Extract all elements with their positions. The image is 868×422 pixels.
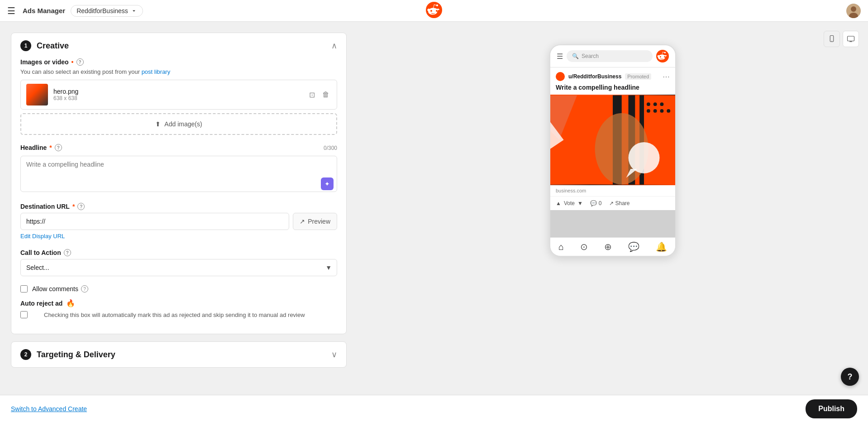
creative-collapse-icon[interactable]: ∧: [331, 41, 337, 51]
ads-manager-label: Ads Manager: [23, 7, 65, 14]
headline-char-count: 0/300: [324, 145, 337, 151]
post-domain: business.com: [550, 185, 675, 196]
images-label: Images or video • ?: [20, 58, 337, 66]
svg-point-21: [647, 109, 650, 113]
call-to-action-info-icon[interactable]: ?: [64, 249, 71, 256]
post-image: [550, 95, 675, 185]
image-item: hero.png 638 x 638 ⊡ 🗑: [20, 80, 337, 110]
svg-point-20: [660, 102, 663, 106]
headline-info-icon[interactable]: ?: [55, 144, 62, 151]
preview-toggle: [824, 31, 859, 47]
post-title: Write a compelling headline: [550, 84, 675, 95]
subreddit-icon: [556, 72, 565, 81]
svg-point-22: [653, 109, 657, 113]
post-more-icon[interactable]: ⋯: [663, 72, 670, 81]
fire-icon: 🔥: [66, 299, 75, 307]
targeting-section-number: 2: [20, 349, 31, 360]
user-avatar[interactable]: [846, 4, 861, 18]
phone-reddit-logo: [656, 50, 669, 62]
destination-url-input[interactable]: [20, 213, 289, 230]
preview-url-button[interactable]: ↗ Preview: [293, 213, 337, 230]
headline-textarea-wrapper: ✦: [20, 156, 337, 194]
svg-point-19: [653, 102, 657, 106]
post-library-link[interactable]: post library: [142, 68, 171, 75]
comments-icon: 💬: [590, 200, 597, 206]
reddit-logo: [426, 2, 442, 20]
auto-reject-section: Auto reject ad 🔥 Checking this box will …: [20, 299, 337, 318]
left-panel: 1 Creative ∧ Images or video • ? You can…: [0, 22, 358, 395]
phone-add-icon[interactable]: ⊕: [604, 241, 612, 252]
brand-dropdown[interactable]: RedditforBusiness: [71, 5, 143, 17]
svg-point-16: [629, 142, 660, 173]
svg-point-18: [647, 102, 650, 106]
bottom-bar: Switch to Advanced Create Publish: [0, 395, 868, 422]
brand-name: RedditforBusiness: [76, 7, 128, 14]
phone-footer-nav: ⌂ ⊙ ⊕ 💬 🔔: [550, 237, 675, 256]
main-container: 1 Creative ∧ Images or video • ? You can…: [0, 22, 868, 395]
allow-comments-row: Allow comments ?: [20, 285, 337, 293]
help-button[interactable]: ?: [841, 368, 859, 386]
external-link-icon: ↗: [300, 218, 305, 225]
creative-card-header[interactable]: 1 Creative ∧: [11, 33, 346, 58]
switch-to-advanced-link[interactable]: Switch to Advanced Create: [11, 405, 87, 412]
targeting-section-title: Targeting & Delivery: [37, 350, 115, 360]
svg-point-23: [660, 109, 663, 113]
menu-icon[interactable]: ☰: [7, 5, 15, 16]
right-panel: ☰ 🔍 Search: [358, 22, 868, 395]
images-info-icon[interactable]: ?: [76, 58, 84, 66]
phone-post: u/RedditforBusiness Promoted ⋯ Write a c…: [550, 67, 675, 210]
desktop-preview-button[interactable]: [843, 31, 859, 47]
ai-assist-button[interactable]: ✦: [321, 177, 334, 190]
vote-label: Vote: [564, 200, 575, 206]
creative-card-body: Images or video • ? You can also select …: [11, 58, 346, 334]
publish-button[interactable]: Publish: [806, 399, 857, 418]
allow-comments-checkbox[interactable]: [20, 285, 28, 293]
phone-home-icon[interactable]: ⌂: [558, 242, 564, 252]
headline-textarea[interactable]: [20, 156, 337, 192]
post-meta: u/RedditforBusiness Promoted ⋯: [550, 67, 675, 84]
phone-chat-icon[interactable]: 💬: [628, 241, 639, 252]
creative-header-left: 1 Creative: [20, 40, 69, 51]
auto-reject-checkbox[interactable]: [20, 311, 28, 318]
images-group: Images or video • ? You can also select …: [20, 58, 337, 135]
images-sublabel: You can also select an existing post fro…: [20, 68, 337, 75]
image-dimensions: 638 x 638: [53, 95, 307, 101]
downvote-icon[interactable]: ▼: [577, 200, 583, 206]
image-name: hero.png: [53, 88, 307, 95]
allow-comments-label[interactable]: Allow comments ?: [32, 285, 88, 293]
add-image-button[interactable]: ⬆ Add image(s): [20, 113, 337, 135]
add-image-icon: ⬆: [155, 120, 161, 128]
phone-search-icon: 🔍: [572, 53, 579, 59]
targeting-card-header[interactable]: 2 Targeting & Delivery ∨: [11, 342, 346, 367]
auto-reject-desc[interactable]: Checking this box will automatically mar…: [44, 312, 305, 318]
creative-section-number: 1: [20, 40, 31, 51]
edit-display-url-link[interactable]: Edit Display URL: [20, 233, 65, 240]
comments-count: 0: [599, 200, 602, 206]
auto-reject-header: Auto reject ad 🔥: [20, 299, 337, 307]
crop-icon[interactable]: ⊡: [307, 89, 317, 101]
phone-menu-icon: ☰: [557, 52, 563, 61]
image-info: hero.png 638 x 638: [53, 88, 307, 101]
phone-search-bar: 🔍 Search: [567, 50, 653, 62]
phone-preview: ☰ 🔍 Search: [549, 44, 676, 257]
comments-action[interactable]: 💬 0: [590, 200, 602, 206]
mobile-preview-button[interactable]: [824, 31, 840, 47]
call-to-action-select[interactable]: Select...: [20, 259, 337, 276]
destination-url-label: Destination URL * ?: [20, 203, 337, 210]
call-to-action-group: Call to Action ? Select... ▼: [20, 249, 337, 276]
auto-reject-checkbox-row: Checking this box will automatically mar…: [20, 311, 337, 318]
svg-rect-6: [848, 36, 854, 41]
phone-explore-icon[interactable]: ⊙: [580, 241, 588, 252]
vote-action[interactable]: ▲ Vote ▼: [556, 200, 583, 206]
targeting-collapse-icon[interactable]: ∨: [331, 350, 337, 360]
phone-bell-icon[interactable]: 🔔: [656, 241, 667, 252]
allow-comments-info-icon[interactable]: ?: [81, 285, 88, 293]
destination-url-info-icon[interactable]: ?: [77, 203, 85, 210]
delete-icon[interactable]: 🗑: [320, 89, 331, 101]
post-image-placeholder: [550, 95, 675, 185]
image-thumbnail: [26, 84, 48, 106]
share-action[interactable]: ↗ Share: [609, 200, 630, 206]
post-promoted-badge: Promoted: [625, 73, 651, 80]
upvote-icon[interactable]: ▲: [556, 200, 561, 206]
post-author: u/RedditforBusiness: [568, 73, 621, 80]
